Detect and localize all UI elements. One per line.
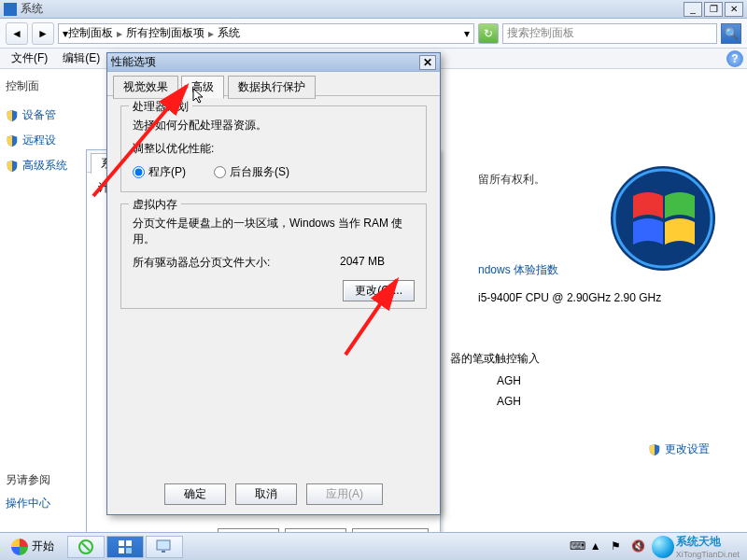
shield-icon	[6, 134, 19, 147]
svg-rect-10	[162, 551, 165, 553]
dialog-titlebar[interactable]: 性能选项 ✕	[107, 53, 440, 72]
sidebar-item-remote-settings[interactable]: 远程设	[6, 133, 80, 148]
vm-total-value: 2047 MB	[340, 255, 415, 271]
tray-keyboard-icon[interactable]: ⌨	[570, 539, 585, 554]
breadcrumb[interactable]: ▾ 控制面板 ▸ 所有控制面板项 ▸ 系统 ▾	[58, 23, 474, 44]
svg-rect-8	[126, 548, 132, 553]
search-input[interactable]: 搜索控制面板	[502, 23, 717, 44]
window-title: 系统	[21, 1, 684, 17]
close-button[interactable]: ✕	[725, 2, 743, 17]
search-button[interactable]: 🔍	[721, 23, 741, 44]
taskbar-monitor-icon[interactable]	[146, 536, 183, 558]
svg-rect-5	[119, 540, 124, 546]
cancel-button[interactable]: 取消	[235, 483, 297, 505]
tab-advanced[interactable]: 高级	[181, 76, 224, 99]
pen-info: 器的笔或触控输入	[450, 351, 728, 367]
radio-programs[interactable]: 程序(P)	[133, 164, 186, 180]
watermark: 系统天地 XiTongTianDi.net	[652, 534, 740, 559]
refresh-button[interactable]: ↻	[478, 23, 499, 44]
change-settings-link[interactable]: 更改设置	[648, 441, 710, 457]
dialog-title: 性能选项	[111, 54, 419, 70]
globe-icon	[652, 536, 674, 558]
sidebar-item-advanced-system[interactable]: 高级系统	[6, 158, 80, 174]
address-bar: ◄ ► ▾ 控制面板 ▸ 所有控制面板项 ▸ 系统 ▾ ↻ 搜索控制面板 🔍	[0, 19, 747, 49]
dialog-button-row: 确定 取消 应用(A)	[107, 483, 440, 505]
breadcrumb-system[interactable]: 系统	[218, 25, 240, 41]
restore-button[interactable]: ❐	[704, 2, 723, 17]
windows-logo	[607, 162, 719, 277]
svg-rect-6	[126, 540, 132, 546]
virtual-memory-group: 虚拟内存 分页文件是硬盘上的一块区域，Windows 当作 RAM 使用。 所有…	[120, 203, 427, 309]
sidebar-item-device-manager[interactable]: 设备管	[6, 107, 80, 123]
sidebar-action-center[interactable]: 操作中心	[6, 496, 80, 511]
menu-edit[interactable]: 编辑(E)	[55, 49, 107, 68]
taskbar: 开始 ⌨ ▲ ⚑ 🔇 系统天地 XiTongTianDi.net	[0, 532, 747, 560]
apply-button[interactable]: 应用(A)	[306, 483, 383, 505]
taskbar-ie-icon[interactable]	[67, 536, 105, 558]
system-tray: ⌨ ▲ ⚑ 🔇 系统天地 XiTongTianDi.net	[570, 534, 743, 559]
svg-rect-9	[157, 540, 170, 550]
forward-button[interactable]: ►	[32, 22, 54, 45]
breadcrumb-all-items[interactable]: 所有控制面板项	[126, 25, 204, 41]
breadcrumb-control-panel[interactable]: 控制面板	[68, 25, 113, 41]
dialog-body: 处理器计划 选择如何分配处理器资源。 调整以优化性能: 程序(P) 后台服务(S…	[107, 96, 440, 479]
sidebar: 控制面 设备管 远程设 高级系统 另请参阅 操作中心	[0, 69, 86, 532]
sidebar-home[interactable]: 控制面	[6, 78, 80, 94]
optimize-label: 调整以优化性能:	[133, 141, 415, 157]
start-button[interactable]: 开始	[4, 537, 62, 557]
computer-name-2: AGH	[497, 395, 728, 408]
vm-desc: 分页文件是硬盘上的一块区域，Windows 当作 RAM 使用。	[133, 216, 415, 247]
radio-background-input[interactable]	[214, 166, 226, 178]
svg-rect-7	[119, 548, 124, 553]
tab-dep[interactable]: 数据执行保护	[228, 76, 316, 99]
shield-icon	[648, 443, 661, 456]
help-icon[interactable]: ?	[726, 50, 743, 67]
group-legend: 虚拟内存	[129, 197, 181, 213]
tray-flag-icon[interactable]: ⚑	[611, 539, 626, 554]
radio-background[interactable]: 后台服务(S)	[214, 164, 289, 180]
radio-programs-input[interactable]	[133, 166, 145, 178]
back-button[interactable]: ◄	[6, 22, 28, 45]
performance-options-dialog: 性能选项 ✕ 视觉效果 高级 数据执行保护 处理器计划 选择如何分配处理器资源。…	[106, 52, 441, 515]
tray-volume-icon[interactable]: 🔇	[631, 539, 646, 554]
menu-file[interactable]: 文件(F)	[4, 49, 55, 68]
app-icon	[4, 3, 17, 16]
ok-button[interactable]: 确定	[164, 483, 226, 505]
vm-total-label: 所有驱动器总分页文件大小:	[133, 255, 340, 271]
taskbar-app-icon[interactable]	[106, 536, 144, 558]
tab-visual-effects[interactable]: 视觉效果	[113, 76, 178, 99]
computer-name-1: AGH	[497, 374, 728, 387]
start-orb-icon	[11, 539, 28, 555]
dialog-close-button[interactable]: ✕	[419, 55, 436, 70]
processor-scheduling-group: 处理器计划 选择如何分配处理器资源。 调整以优化性能: 程序(P) 后台服务(S…	[120, 105, 427, 192]
dialog-tabs: 视觉效果 高级 数据执行保护	[107, 72, 440, 96]
vm-change-button[interactable]: 更改(C)...	[343, 280, 415, 301]
shield-icon	[6, 109, 19, 122]
minimize-button[interactable]: _	[684, 2, 702, 17]
group-legend: 处理器计划	[129, 99, 192, 115]
shield-icon	[6, 160, 19, 173]
window-titlebar: 系统 _ ❐ ✕	[0, 0, 747, 19]
tray-chevron-icon[interactable]: ▲	[590, 539, 605, 554]
scheduling-desc: 选择如何分配处理器资源。	[133, 118, 415, 133]
cpu-info: i5-9400F CPU @ 2.90GHz 2.90 GHz	[478, 291, 728, 304]
sidebar-see-also: 另请参阅	[6, 472, 80, 488]
